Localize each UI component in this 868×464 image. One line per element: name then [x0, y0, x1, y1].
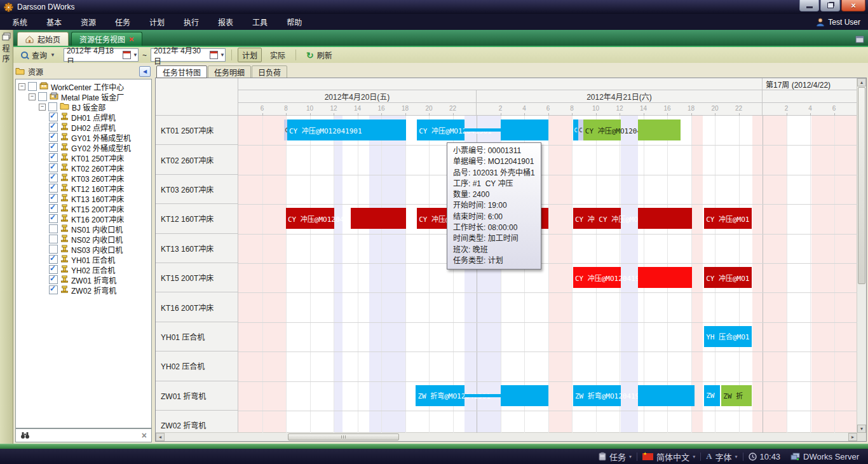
tree-checkbox[interactable]	[49, 113, 58, 121]
tree-item[interactable]: YH02 压合机	[16, 264, 151, 275]
gantt-bar[interactable]: C	[578, 119, 583, 140]
tree-item[interactable]: KT15 200T冲床	[16, 203, 151, 214]
tree-checkbox[interactable]	[49, 163, 58, 172]
tree-checkbox[interactable]	[38, 92, 47, 101]
chevron-down-icon[interactable]: ▾	[629, 454, 632, 460]
tree-checkbox[interactable]	[49, 153, 58, 162]
menu-item[interactable]: 计划	[140, 14, 174, 30]
gantt-bar[interactable]: CY 冲压@MO12041901	[417, 119, 465, 140]
gantt-view-tab[interactable]: 任务甘特图	[156, 65, 207, 78]
gantt-bar[interactable]	[638, 267, 692, 288]
window-list-icon[interactable]	[855, 36, 864, 43]
scroll-up-arrow[interactable]: ▴	[857, 78, 866, 86]
restore-button[interactable]	[820, 0, 840, 11]
gantt-bar[interactable]: CY 冲 CY 冲压@MO12041904	[573, 208, 621, 229]
status-item-clock[interactable]: 10:43	[743, 452, 786, 461]
menu-item[interactable]: 工具	[243, 14, 277, 30]
vertical-scrollbar[interactable]: ▴▾	[857, 78, 866, 433]
gantt-bar[interactable]	[501, 385, 548, 406]
gantt-bar[interactable]: CY 冲压@MO1	[704, 208, 752, 229]
tree-checkbox[interactable]	[49, 194, 58, 203]
chevron-down-icon[interactable]: ▾	[735, 454, 738, 460]
tree-checkbox[interactable]	[49, 285, 58, 294]
gantt-bar[interactable]: CY 冲压@MO12041904	[286, 208, 334, 229]
tree-item[interactable]: KT12 160T冲床	[16, 183, 151, 193]
gantt-bar[interactable]: CY 冲压@MO12041901	[287, 119, 407, 140]
query-button[interactable]: 查询 ▼	[17, 48, 60, 62]
tree-item[interactable]: KT13 160T冲床	[16, 193, 151, 203]
gantt-bar[interactable]: CY 冲压@MO12041902	[583, 119, 621, 140]
tree-item[interactable]: ZW02 折弯机	[16, 285, 151, 295]
tree-item[interactable]: GY02 外桶成型机	[16, 142, 151, 153]
tree-checkbox[interactable]	[49, 245, 58, 254]
chevron-down-icon[interactable]: ▾	[693, 454, 695, 460]
plan-toggle-button[interactable]: 计划	[238, 48, 262, 62]
gantt-view-tab[interactable]: 任务明细	[208, 65, 251, 78]
gantt-bar[interactable]	[638, 385, 695, 406]
actual-toggle-button[interactable]: 实际	[266, 48, 290, 62]
menu-item[interactable]: 资源	[71, 14, 105, 30]
gantt-bar[interactable]: ZW	[704, 385, 720, 406]
tree-item[interactable]: KT03 260T冲床	[16, 173, 151, 183]
gantt-bar[interactable]: C	[573, 119, 578, 140]
tree-checkbox[interactable]	[49, 143, 58, 152]
menu-item[interactable]: 帮助	[277, 14, 311, 30]
tree-checkbox[interactable]	[49, 174, 58, 182]
tree-item[interactable]: NS02 内收口机	[16, 234, 151, 244]
date-from-caret-icon[interactable]: ▼	[133, 52, 138, 58]
tree-checkbox[interactable]	[49, 265, 58, 274]
tree-expander[interactable]: −	[18, 83, 25, 90]
status-item-flag-cn[interactable]: 简体中文▾	[637, 451, 700, 463]
tree-checkbox[interactable]	[49, 133, 58, 142]
tree-checkbox[interactable]	[49, 184, 58, 193]
menu-item[interactable]: 基本	[37, 14, 71, 30]
tree-item[interactable]: ZW01 折弯机	[16, 275, 151, 285]
tree-expander[interactable]: −	[29, 93, 36, 100]
tree-checkbox[interactable]	[49, 214, 58, 223]
tab-home[interactable]: 起始页	[17, 32, 69, 46]
tree-checkbox[interactable]	[48, 102, 57, 111]
close-button[interactable]: ×	[841, 0, 865, 11]
status-item-server[interactable]: DWorks Server	[785, 452, 864, 461]
tree-checkbox[interactable]	[49, 224, 58, 233]
find-binoculars-icon[interactable]	[20, 432, 30, 439]
date-to-field[interactable]: 2012年 4月30日 ▼	[151, 48, 226, 62]
dock-strip-label[interactable]: 程序	[2, 44, 11, 65]
tree-item[interactable]: NS01 内收口机	[16, 224, 151, 234]
scroll-right-arrow[interactable]: ▸	[848, 433, 857, 441]
gantt-bar[interactable]: CY 冲压@MO12041903	[573, 267, 621, 288]
menu-item[interactable]: 任务	[105, 14, 140, 30]
menu-item[interactable]: 系统	[3, 14, 37, 30]
vertical-scroll-thumb[interactable]	[858, 87, 865, 284]
horizontal-scrollbar[interactable]: ◂▸	[156, 432, 857, 441]
gantt-bar[interactable]: ZW 折弯@MO12041901	[573, 385, 621, 406]
tree-checkbox[interactable]	[28, 82, 37, 91]
refresh-button[interactable]: ↻ 刷新	[302, 48, 337, 62]
tree-item[interactable]: YH01 压合机	[16, 254, 151, 264]
gantt-bar[interactable]	[351, 208, 406, 229]
tab-close-icon[interactable]: ×	[129, 36, 134, 43]
gantt-bar[interactable]	[638, 208, 692, 229]
gantt-bar[interactable]: CY 冲压@MO1	[704, 267, 752, 288]
tree-item[interactable]: −BJ 钣金部	[16, 102, 151, 112]
status-item-clipboard[interactable]: 任务▾	[593, 451, 637, 463]
gantt-bar[interactable]: ZW 折弯@MO12041901	[416, 385, 465, 406]
gantt-bar[interactable]	[638, 119, 681, 140]
minimize-button[interactable]	[799, 0, 819, 11]
tree-checkbox[interactable]	[49, 123, 58, 132]
gantt-view-tab[interactable]: 日负荷	[252, 65, 287, 78]
tree-expander[interactable]: −	[39, 104, 46, 111]
tree-item[interactable]: KT01 250T冲床	[16, 153, 151, 163]
menu-item[interactable]: 执行	[174, 14, 208, 30]
gantt-bar[interactable]: ZW 折	[721, 385, 752, 406]
date-from-field[interactable]: 2012年 4月18日 ▼	[64, 48, 139, 62]
tree-item[interactable]: GY01 外桶成型机	[16, 132, 151, 142]
gantt-bar[interactable]: YH 压合@MO1	[704, 326, 752, 347]
tree-item[interactable]: NS03 内收口机	[16, 244, 151, 254]
tree-item[interactable]: DH01 点焊机	[16, 112, 151, 122]
program-panel-icon[interactable]	[2, 32, 11, 41]
close-panel-icon[interactable]: ×	[142, 432, 147, 439]
scroll-left-arrow[interactable]: ◂	[156, 433, 165, 441]
tree-checkbox[interactable]	[49, 204, 58, 213]
scroll-down-arrow[interactable]: ▾	[857, 425, 866, 433]
